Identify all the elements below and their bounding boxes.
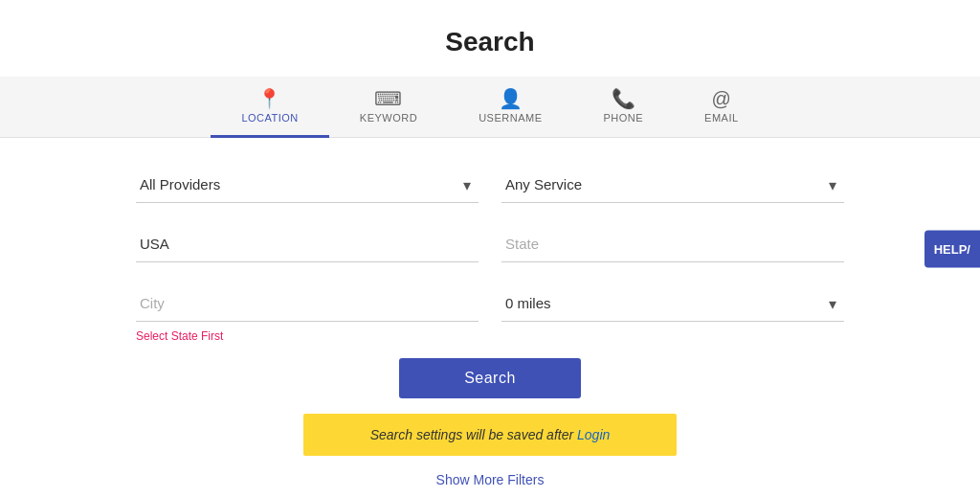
tab-username-label: USERNAME (479, 112, 542, 124)
person-icon: 👤 (499, 89, 523, 108)
country-input[interactable] (136, 226, 479, 262)
providers-select[interactable]: All Providers (136, 167, 479, 203)
location-icon: 📍 (257, 89, 282, 108)
login-notice: Search settings will be saved after Logi… (303, 414, 677, 456)
page-header: Search (0, 0, 980, 77)
service-select[interactable]: Any Service (501, 167, 844, 203)
miles-select[interactable]: 0 miles 5 miles 10 miles 25 miles 50 mil… (501, 285, 844, 322)
keyboard-icon: ⌨ (374, 89, 403, 108)
tab-phone-label: PHONE (603, 112, 643, 124)
city-field (136, 285, 479, 322)
tab-username[interactable]: 👤 USERNAME (448, 78, 572, 138)
miles-field: 0 miles 5 miles 10 miles 25 miles 50 mil… (501, 285, 844, 322)
city-input[interactable] (136, 285, 479, 322)
tab-phone[interactable]: 📞 PHONE (572, 78, 674, 138)
state-input[interactable] (501, 226, 844, 262)
tab-location[interactable]: 📍 LOCATION (211, 78, 328, 138)
show-more-filters-button[interactable]: Show More Filters (436, 472, 545, 487)
service-field: Any Service ▾ (501, 167, 844, 203)
tab-keyword[interactable]: ⌨ KEYWORD (329, 78, 448, 138)
country-state-row (136, 226, 844, 262)
tab-bar: 📍 LOCATION ⌨ KEYWORD 👤 USERNAME 📞 PHONE … (0, 77, 980, 138)
city-miles-row: 0 miles 5 miles 10 miles 25 miles 50 mil… (136, 285, 844, 322)
state-field (501, 226, 844, 262)
providers-service-row: All Providers ▾ Any Service ▾ (136, 167, 844, 203)
page-title: Search (0, 27, 980, 57)
login-link[interactable]: Login (577, 427, 610, 442)
search-form-area: All Providers ▾ Any Service ▾ 0 miles 5 … (117, 138, 863, 497)
country-field (136, 226, 479, 262)
tab-email-label: EMAIL (704, 112, 739, 124)
providers-field: All Providers ▾ (136, 167, 479, 203)
help-button[interactable]: HELP/ (924, 230, 980, 267)
phone-icon: 📞 (612, 89, 636, 108)
show-more-wrap: Show More Filters (136, 471, 844, 488)
login-notice-text: Search settings will be saved after (370, 427, 577, 442)
search-button-wrap: Search (136, 358, 844, 398)
email-icon: @ (711, 89, 731, 108)
city-error-text: Select State First (136, 329, 844, 343)
search-button[interactable]: Search (399, 358, 581, 398)
tab-keyword-label: KEYWORD (360, 112, 417, 124)
tab-email[interactable]: @ EMAIL (674, 78, 769, 138)
tab-location-label: LOCATION (241, 112, 298, 124)
